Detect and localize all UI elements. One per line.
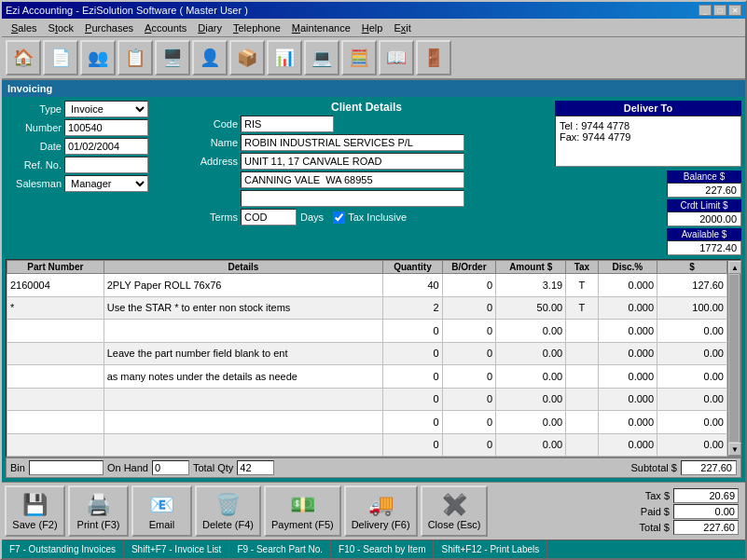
- menu-help[interactable]: Help: [356, 20, 389, 35]
- menu-accounts[interactable]: Accounts: [139, 20, 192, 35]
- app-window: Ezi Accounting - EziSolution Software ( …: [0, 0, 747, 560]
- table-row[interactable]: 0 0 0.00 0.000 0.00: [7, 411, 727, 434]
- date-input[interactable]: [64, 138, 148, 155]
- deliver-to-box[interactable]: Tel : 9744 4778 Fax: 9744 4779: [555, 116, 741, 167]
- number-input[interactable]: [64, 119, 148, 136]
- totals-panel: Tax $ 20.69 Paid $ 0.00 Total $ 227.60: [614, 488, 742, 535]
- scroll-thumb[interactable]: [729, 275, 739, 442]
- type-row: Type Invoice: [6, 101, 178, 117]
- menu-sales[interactable]: Sales: [6, 20, 43, 35]
- table-row[interactable]: as many notes under the details as neede…: [7, 365, 727, 389]
- credit-limit-row: Crdt Limit $ 2000.00: [555, 199, 741, 226]
- table-row[interactable]: 0 0 0.00 0.000 0.00: [7, 320, 727, 343]
- action-btn-icon: ✖️: [442, 493, 467, 517]
- address-input1[interactable]: [241, 153, 464, 170]
- menu-telephone[interactable]: Telephone: [228, 20, 286, 35]
- cell-qty: 0: [383, 433, 442, 457]
- action-btn-label: Payment (F5): [271, 519, 334, 530]
- toolbar-book[interactable]: 📖: [379, 40, 414, 75]
- balance-label: Balance $: [667, 171, 741, 183]
- tax-inclusive-checkbox[interactable]: [333, 212, 345, 224]
- close-button[interactable]: ✕: [728, 5, 741, 16]
- invoicing-header: Invoicing: [2, 80, 745, 97]
- toolbar-home[interactable]: 🏠: [6, 40, 41, 75]
- cell-disc: 0.000: [598, 320, 657, 343]
- toolbar-users[interactable]: 👥: [80, 40, 116, 75]
- type-label: Type: [6, 103, 62, 115]
- shortcut-item[interactable]: Shift+F7 - Invoice List: [124, 540, 229, 558]
- menu-purchases[interactable]: Purchases: [79, 20, 139, 35]
- action-btn-delivery--f6-[interactable]: 🚚Delivery (F6): [344, 485, 418, 537]
- subtotal-label: Subtotal $: [630, 462, 677, 473]
- table-scrollbar[interactable]: ▲ ▼: [727, 260, 740, 457]
- table-row[interactable]: * Use the STAR * to enter non stock item…: [7, 296, 727, 320]
- action-btn-delete--f4-[interactable]: 🗑️Delete (F4): [195, 485, 261, 537]
- action-btn-label: Save (F2): [12, 519, 57, 530]
- ref-input[interactable]: [64, 157, 148, 173]
- date-label: Date: [6, 141, 62, 152]
- action-btn-save--f2-[interactable]: 💾Save (F2): [5, 485, 65, 537]
- action-btn-print--f3-[interactable]: 🖨️Print (F3): [68, 485, 129, 537]
- toolbar-person[interactable]: 👤: [192, 40, 228, 75]
- menu-maintenance[interactable]: Maintenance: [286, 20, 356, 35]
- name-input[interactable]: [241, 134, 464, 151]
- table-row[interactable]: 0 0 0.00 0.000 0.00: [7, 433, 727, 457]
- scroll-up-button[interactable]: ▲: [728, 261, 741, 274]
- action-btn-email[interactable]: 📧Email: [131, 485, 192, 537]
- toolbar-monitor[interactable]: 🖥️: [155, 40, 190, 75]
- cell-border: 0: [442, 411, 496, 434]
- menu-diary[interactable]: Diary: [192, 20, 228, 35]
- toolbar-calc[interactable]: 🧮: [341, 40, 377, 75]
- address-input3[interactable]: [241, 190, 464, 207]
- scroll-down-button[interactable]: ▼: [728, 443, 741, 456]
- cell-total: 0.00: [657, 342, 727, 365]
- minimize-button[interactable]: _: [699, 5, 712, 16]
- address-label: Address: [182, 156, 238, 167]
- toolbar-computer[interactable]: 💻: [304, 40, 339, 75]
- action-btn-close--esc-[interactable]: ✖️Close (Esc): [421, 485, 489, 537]
- cell-qty: 2: [383, 296, 442, 320]
- total-qty-value[interactable]: [237, 460, 274, 475]
- cell-part: [7, 433, 104, 457]
- cell-details: [104, 433, 383, 457]
- address-input2[interactable]: [241, 171, 464, 188]
- top-form: Type Invoice Number Date Ref. No: [6, 101, 741, 255]
- toolbar-clipboard[interactable]: 📋: [118, 40, 153, 75]
- terms-label: Terms: [182, 212, 238, 223]
- toolbar-chart[interactable]: 📊: [267, 40, 302, 75]
- toolbar-document[interactable]: 📄: [43, 40, 78, 75]
- bin-bar: Bin On Hand Total Qty Subtotal $ 227.60: [6, 458, 741, 478]
- maximize-button[interactable]: □: [713, 5, 726, 16]
- cell-border: 0: [442, 365, 496, 389]
- on-hand-value[interactable]: [152, 460, 189, 475]
- toolbar-box[interactable]: 📦: [229, 40, 265, 75]
- shortcut-item[interactable]: F7 - Outstanding Invoices: [2, 540, 124, 558]
- toolbar-exit[interactable]: 🚪: [416, 40, 451, 75]
- cell-part: [7, 365, 104, 389]
- ref-label: Ref. No.: [6, 159, 62, 171]
- available-value: 1772.40: [667, 240, 741, 255]
- table-row[interactable]: 2160004 2PLY Paper ROLL 76x76 40 0 3.19 …: [7, 274, 727, 297]
- bin-input[interactable]: [29, 460, 104, 475]
- terms-input[interactable]: [241, 209, 297, 225]
- code-input[interactable]: [241, 116, 334, 132]
- cell-total: 0.00: [657, 365, 727, 389]
- cell-border: 0: [442, 342, 496, 365]
- shortcut-item[interactable]: Shift+F12 - Print Labels: [434, 540, 547, 558]
- available-label: Available $: [667, 228, 741, 240]
- menu-stock[interactable]: Stock: [43, 20, 80, 35]
- cell-details: [104, 388, 383, 411]
- cell-disc: 0.000: [598, 433, 657, 457]
- action-btn-icon: 🗑️: [215, 493, 241, 517]
- table-row[interactable]: Leave the part number field blank to ent…: [7, 342, 727, 365]
- shortcut-item[interactable]: F9 - Search Part No.: [229, 540, 331, 558]
- menu-exit[interactable]: Exit: [388, 20, 416, 35]
- cell-tax: [566, 320, 599, 343]
- table-row[interactable]: 0 0 0.00 0.000 0.00: [7, 388, 727, 411]
- salesman-select[interactable]: Manager: [64, 175, 148, 192]
- cell-disc: 0.000: [598, 388, 657, 411]
- action-btn-payment--f5-[interactable]: 💵Payment (F5): [264, 485, 341, 537]
- type-select[interactable]: Invoice: [64, 101, 148, 117]
- shortcut-item[interactable]: F10 - Search by Item: [331, 540, 434, 558]
- cell-details: Use the STAR * to enter non stock items: [104, 296, 383, 320]
